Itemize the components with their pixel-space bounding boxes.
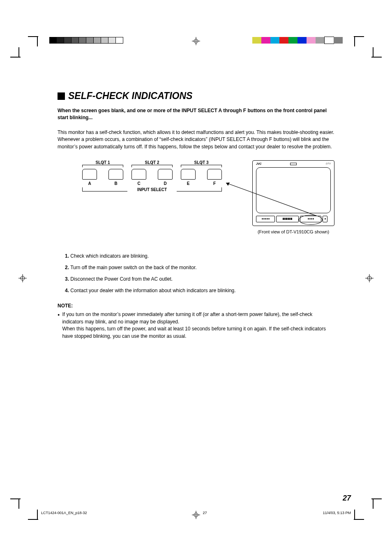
crop-mark [18, 47, 19, 58]
letter-c: C [131, 181, 146, 186]
letter-d: D [158, 181, 173, 186]
letter-b: B [108, 181, 123, 186]
footer-mid: 27 [203, 511, 207, 515]
button-e-icon [181, 169, 196, 180]
crop-mark [371, 57, 382, 58]
monitor-diagram: JVC DTV (Front view of DT-V1910CG shown) [252, 160, 334, 234]
registration-mark-icon [365, 274, 374, 282]
section-title: SELF-CHECK INDICATIONS [58, 90, 334, 102]
brand-label: DTV [326, 162, 331, 165]
registration-mark-icon [18, 274, 27, 282]
page: SELF-CHECK INDICATIONS When the screen g… [0, 0, 392, 556]
letter-a: A [82, 181, 97, 186]
note-title: NOTE: [58, 302, 334, 309]
content-area: SELF-CHECK INDICATIONS When the screen g… [58, 90, 334, 340]
page-number: 27 [343, 494, 351, 503]
registration-mark-icon [192, 37, 200, 45]
button-c-icon [131, 169, 146, 180]
button-a-icon [82, 169, 97, 180]
square-bullet-icon [58, 92, 65, 100]
lead-paragraph: When the screen goes blank, and one or m… [58, 107, 334, 122]
tally-led-icon [290, 163, 297, 165]
svg-marker-13 [226, 182, 230, 186]
letter-e: E [181, 181, 196, 186]
crop-mark [10, 57, 21, 58]
diagram-row: SLOT 1 SLOT 2 SLOT 3 [58, 160, 334, 234]
step-3: 3. Disconnect the Power Cord from the AC… [65, 276, 334, 282]
crop-mark [373, 47, 374, 58]
input-select-diagram: SLOT 1 SLOT 2 SLOT 3 [82, 160, 222, 195]
intro-paragraph: This monitor has a self-check function, … [58, 129, 334, 150]
button-d-icon [158, 169, 173, 180]
note-block: NOTE: If you turn on the monitor’s power… [58, 302, 334, 340]
note-bullet: If you turn on the monitor’s power immed… [58, 311, 334, 340]
note-line2: When this happens, turn off the power, a… [62, 326, 326, 339]
step-2: 2. Turn off the main power switch on the… [65, 265, 334, 270]
title-text: SELF-CHECK INDICATIONS [68, 90, 192, 102]
footer-right: 11/4/03, 5:13 PM [323, 511, 351, 515]
crop-mark [37, 510, 38, 520]
callout-circle-icon [299, 215, 323, 225]
note-line1: If you turn on the monitor’s power immed… [62, 311, 312, 324]
steps-list: 1. Check which indicators are blinking. … [65, 253, 334, 293]
crop-mark [354, 519, 364, 520]
color-bar [252, 37, 343, 44]
crop-mark [18, 498, 19, 509]
footer-meta: LCT1424-001A_EN_p18-32 27 11/4/03, 5:13 … [41, 511, 351, 515]
jvc-logo: JVC [256, 162, 262, 165]
footer-left: LCT1424-001A_EN_p18-32 [41, 511, 87, 515]
input-select-label: INPUT SELECT [137, 187, 167, 192]
button-f-icon [207, 169, 222, 180]
crop-mark [373, 498, 374, 509]
crop-mark [371, 498, 382, 499]
crop-mark [354, 36, 364, 37]
step-1: 1. Check which indicators are blinking. [65, 253, 334, 259]
crop-mark [37, 36, 38, 46]
monitor-screen-icon [256, 167, 331, 213]
button-b-icon [108, 169, 123, 180]
greyscale-bar [49, 37, 123, 44]
crop-mark [354, 510, 355, 520]
letter-f: F [207, 181, 222, 186]
monitor-caption: (Front view of DT-V1910CG shown) [252, 229, 334, 234]
crop-mark [10, 498, 21, 499]
crop-mark [354, 36, 355, 46]
step-4: 4. Contact your dealer with the informat… [65, 288, 334, 293]
